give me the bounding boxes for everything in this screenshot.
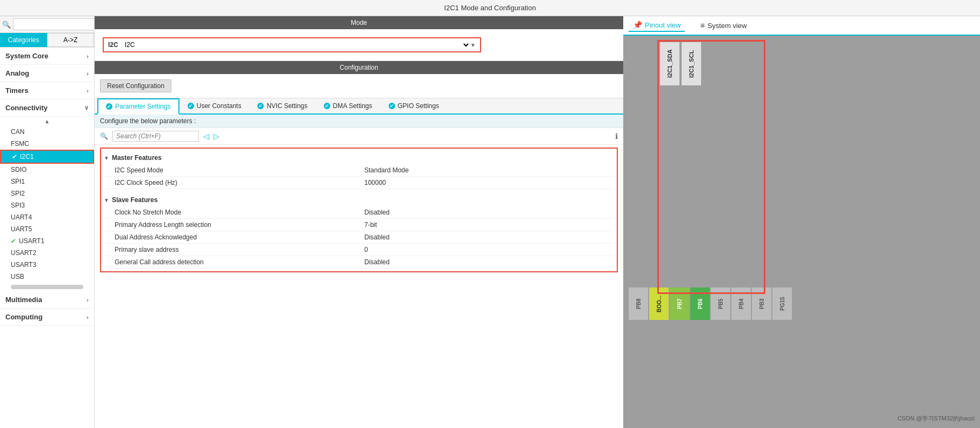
pin-pb8[interactable]: PB8	[629, 287, 648, 320]
sidebar-search-area: 🔍 ▼	[0, 16, 94, 33]
sidebar-item-usart1[interactable]: ✔ USART1	[0, 235, 94, 247]
nvic-settings-tab-icon: ✔	[257, 103, 264, 109]
config-tabs: ✔ Parameter Settings ✔ User Constants ✔ …	[95, 98, 623, 115]
param-primary-slave-address: Primary slave address 0	[104, 244, 614, 256]
sidebar-item-uart5[interactable]: UART5	[0, 223, 94, 235]
pin-pb5[interactable]: PB5	[711, 287, 730, 320]
user-constants-tab-icon: ✔	[188, 103, 194, 109]
multimedia-arrow-icon: ›	[86, 297, 89, 303]
sidebar-item-sdio[interactable]: SDIO	[0, 164, 94, 176]
params-nav-next-icon[interactable]: ▷	[214, 132, 219, 141]
system-core-arrow-icon: ›	[86, 53, 89, 59]
scroll-up-icon[interactable]: ▲	[0, 117, 94, 126]
slave-features-header: ▼ Slave Features	[104, 193, 614, 206]
sidebar-item-spi2[interactable]: SPI2	[0, 188, 94, 199]
tab-user-constants[interactable]: ✔ User Constants	[179, 98, 250, 113]
sidebar-item-spi3[interactable]: SPI3	[0, 199, 94, 211]
sidebar-item-usart3[interactable]: USART3	[0, 259, 94, 271]
timers-arrow-icon: ›	[86, 88, 89, 94]
system-view-icon: ≡	[700, 21, 704, 30]
sidebar-item-uart4[interactable]: UART4	[0, 211, 94, 223]
tab-pinout-view[interactable]: 📌 Pinout view	[629, 19, 685, 32]
reset-config-button[interactable]: Reset Configuration	[100, 79, 171, 92]
sidebar-category-system-core[interactable]: System Core ›	[0, 48, 94, 65]
main-content: Mode I2C I2C Disable ▼ Configuration Res…	[95, 16, 623, 428]
sidebar-item-fsmc[interactable]: FSMC	[0, 138, 94, 150]
master-features-header: ▼ Master Features	[104, 151, 614, 164]
param-i2c-speed-mode: I2C Speed Mode Standard Mode	[104, 164, 614, 177]
pin-boot[interactable]: BOO...	[649, 287, 669, 320]
tab-dma-settings[interactable]: ✔ DMA Settings	[316, 98, 381, 113]
title-bar: I2C1 Mode and Configuration	[0, 0, 980, 16]
sidebar-category-computing[interactable]: Computing ›	[0, 309, 94, 326]
window-title: I2C1 Mode and Configuration	[444, 4, 536, 12]
tab-categories[interactable]: Categories	[0, 33, 47, 47]
sidebar-item-usart2[interactable]: USART2	[0, 247, 94, 259]
gpio-settings-tab-icon: ✔	[389, 103, 395, 109]
tab-nvic-settings[interactable]: ✔ NVIC Settings	[249, 98, 315, 113]
param-primary-address-length: Primary Address Length selection 7-bit	[104, 219, 614, 231]
computing-arrow-icon: ›	[86, 314, 89, 320]
pinout-header: 📌 Pinout view ≡ System view	[623, 16, 980, 36]
pin-pb7[interactable]: PB7	[670, 287, 689, 320]
pin-pb4[interactable]: PB4	[731, 287, 751, 320]
sidebar-item-spi1[interactable]: SPI1	[0, 176, 94, 188]
i2c1-scl-label: I2C1_SCL	[682, 42, 701, 85]
i2c-labels: I2C1_SDA I2C1_SCL	[660, 42, 701, 85]
sidebar-item-can[interactable]: CAN	[0, 126, 94, 138]
pin-pb3[interactable]: PB3	[752, 287, 771, 320]
i2c1-check-icon: ✔	[12, 153, 17, 160]
sidebar-search-input[interactable]	[13, 18, 95, 30]
tab-atoz[interactable]: A->Z	[47, 33, 94, 47]
sidebar-item-usb[interactable]: USB	[0, 271, 94, 283]
i2c1-sda-label: I2C1_SDA	[660, 42, 679, 85]
pinout-view-icon: 📌	[633, 21, 642, 29]
pin-pg15[interactable]: PG15	[772, 287, 792, 320]
tab-system-view[interactable]: ≡ System view	[696, 19, 751, 32]
dma-settings-tab-icon: ✔	[324, 103, 330, 109]
sidebar-tabs: Categories A->Z	[0, 33, 94, 48]
sidebar: 🔍 ▼ Categories A->Z System Core › Analog…	[0, 16, 95, 428]
params-search-area: 🔍 ◁ ▷ ℹ	[95, 128, 623, 145]
param-general-call: General Call address detection Disabled	[104, 256, 614, 269]
config-section-header: Configuration	[95, 61, 623, 74]
params-search-icon: 🔍	[100, 132, 108, 140]
config-toolbar: Reset Configuration	[95, 74, 623, 98]
param-i2c-clock-speed: I2C Clock Speed (Hz) 100000	[104, 177, 614, 189]
sidebar-category-timers[interactable]: Timers ›	[0, 82, 94, 99]
mode-label: I2C	[108, 41, 118, 49]
watermark: CSDN @学习STM32的jhaozi	[897, 414, 975, 423]
pinout-area: 📌 Pinout view ≡ System view I2C1_SDA I2C…	[623, 16, 980, 428]
master-features-toggle-icon[interactable]: ▼	[104, 155, 109, 161]
sidebar-category-multimedia[interactable]: Multimedia ›	[0, 291, 94, 309]
mode-section-header: Mode	[95, 16, 623, 29]
config-description: Configure the below parameters :	[95, 115, 623, 128]
param-clock-no-stretch: Clock No Stretch Mode Disabled	[104, 206, 614, 219]
param-dual-address: Dual Address Acknowledged Disabled	[104, 231, 614, 244]
search-icon: 🔍	[2, 21, 11, 29]
analog-arrow-icon: ›	[86, 70, 89, 77]
params-highlight-box: ▼ Master Features I2C Speed Mode Standar…	[100, 148, 618, 272]
mode-dropdown[interactable]: I2C Disable	[123, 41, 470, 49]
usart1-check-icon: ✔	[11, 237, 16, 245]
mode-section: I2C I2C Disable ▼	[95, 29, 623, 61]
config-area: Configuration Reset Configuration ✔ Para…	[95, 61, 623, 428]
pin-blocks-row: PB8 BOO... PB7 PB6 PB5	[629, 287, 792, 320]
connectivity-arrow-icon: ∨	[84, 104, 89, 111]
params-info-icon: ℹ	[615, 132, 618, 141]
sidebar-item-i2c1[interactable]: ✔ I2C1	[0, 150, 94, 164]
pinout-content: I2C1_SDA I2C1_SCL PB8 BOO... PB7	[623, 36, 980, 428]
pin-pb6[interactable]: PB6	[690, 287, 710, 320]
mode-dropdown-arrow-icon: ▼	[470, 42, 476, 48]
tab-gpio-settings[interactable]: ✔ GPIO Settings	[381, 98, 448, 113]
tab-parameter-settings[interactable]: ✔ Parameter Settings	[97, 98, 179, 115]
parameter-settings-tab-icon: ✔	[106, 103, 112, 110]
mode-select-wrapper: I2C I2C Disable ▼	[103, 37, 481, 52]
params-nav-prev-icon[interactable]: ◁	[203, 132, 209, 141]
sidebar-category-analog[interactable]: Analog ›	[0, 65, 94, 82]
slave-features-toggle-icon[interactable]: ▼	[104, 197, 109, 203]
connectivity-sub-items: ▲ CAN FSMC ✔ I2C1 SDIO SPI1 SPI2 SPI3	[0, 117, 94, 291]
scrollbar-indicator[interactable]	[11, 285, 83, 289]
sidebar-category-connectivity[interactable]: Connectivity ∨	[0, 99, 94, 117]
params-search-input[interactable]	[112, 131, 199, 142]
